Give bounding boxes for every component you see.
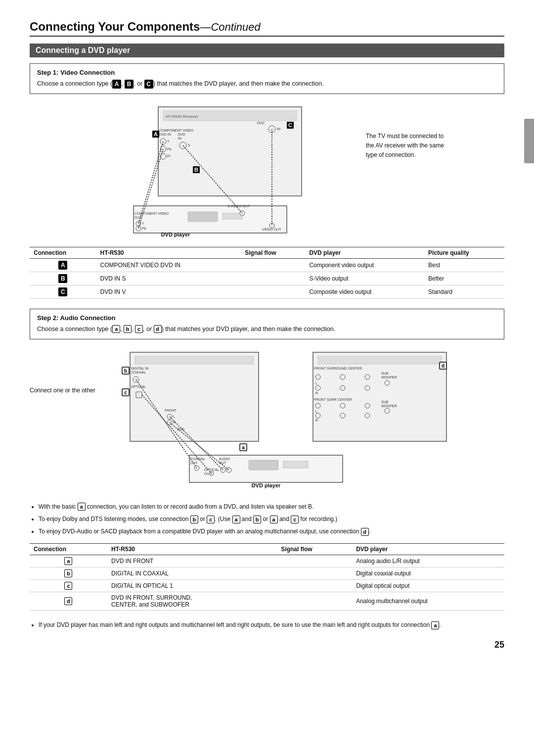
dvd-A: Component video output xyxy=(305,258,424,272)
svg-text:OPTICAL: OPTICAL xyxy=(204,468,219,472)
svg-text:FRONT: FRONT xyxy=(165,409,177,412)
svg-rect-59 xyxy=(318,356,442,364)
bullet-2: To enjoy Dolby and DTS listening modes, … xyxy=(39,515,504,524)
badge-d-inline: d xyxy=(361,528,369,536)
table-row: c DIGITAL IN OPTICAL 1 Digital optical o… xyxy=(30,580,504,592)
badge-a-inline2: a xyxy=(232,516,240,523)
htr-A: COMPONENT VIDEO DVD IN xyxy=(96,258,241,272)
svg-text:COAXIAL: COAXIAL xyxy=(131,371,146,374)
svg-point-82 xyxy=(365,413,370,418)
svg-point-63 xyxy=(315,385,320,390)
svg-text:IN: IN xyxy=(277,127,280,131)
badge-c: c xyxy=(135,325,143,333)
badge-row-a: a xyxy=(64,557,72,565)
page-tab xyxy=(524,119,534,163)
signal-B xyxy=(241,272,305,285)
audio-diagram-area: Connect one or the other DIGITAL IN COAX… xyxy=(30,347,504,497)
badge-a-final: a xyxy=(431,621,439,629)
svg-point-81 xyxy=(365,403,370,408)
svg-text:b: b xyxy=(124,368,127,374)
step1-title: Step 1: Video Connection xyxy=(37,69,497,76)
svg-text:SUB: SUB xyxy=(381,400,389,404)
svg-rect-26 xyxy=(222,213,242,219)
badge-b: b xyxy=(124,325,132,333)
dvd-player-label1: DVD player xyxy=(161,232,190,237)
audio-connection-table: Connection HT-R530 Signal flow DVD playe… xyxy=(30,543,504,611)
svg-text:SUB: SUB xyxy=(381,372,389,375)
svg-point-85 xyxy=(385,408,390,413)
svg-text:C: C xyxy=(288,122,292,128)
badge-row-c: c xyxy=(64,582,72,590)
quality-B: Better xyxy=(424,272,504,285)
svg-rect-88 xyxy=(283,461,308,468)
svg-point-80 xyxy=(340,413,345,418)
svg-point-71 xyxy=(385,380,390,385)
svg-text:R: R xyxy=(315,391,318,395)
table-row: B DVD IN S S-Video output Better xyxy=(30,272,504,285)
audio-diagram: DIGITAL IN COAXIAL b OPTICAL c FRONT L R… xyxy=(100,347,456,497)
video-connection-table: Connection HT-R530 Signal flow DVD playe… xyxy=(30,247,504,299)
video-diagram-note: The TV must be connected to the AV recei… xyxy=(366,132,445,160)
badge-b-inline: b xyxy=(190,516,198,523)
badge-row-d: d xyxy=(64,597,72,605)
badge-c-inline: c xyxy=(207,516,215,523)
badge-B: B xyxy=(125,80,134,89)
svg-text:R: R xyxy=(315,419,318,422)
htr-C: DVD IN V xyxy=(96,285,241,298)
video-connection-svg: HT-R530 Receiver COMPONENT VIDEO DVD IN … xyxy=(30,102,356,240)
badge-row-b: b xyxy=(64,569,72,577)
dvd-b: Digital coaxial output xyxy=(352,567,504,580)
connect-one-or-other: Connect one or the other xyxy=(30,387,95,394)
badge-d: d xyxy=(154,325,162,333)
svg-point-61 xyxy=(315,375,320,379)
svg-text:c: c xyxy=(124,390,127,395)
svg-text:WOOFER: WOOFER xyxy=(381,376,397,379)
svg-text:A: A xyxy=(154,131,158,137)
svg-text:Y: Y xyxy=(167,140,170,143)
table-row: A COMPONENT VIDEO DVD IN Component video… xyxy=(30,258,504,272)
svg-text:B: B xyxy=(194,167,198,173)
connect-label: Connect one or the other xyxy=(30,387,95,394)
bullet-3: To enjoy DVD-Audio or SACD playback from… xyxy=(39,527,504,536)
col2-htr: HT-R530 xyxy=(107,544,277,555)
htr-a: DVD IN FRONT xyxy=(107,555,277,567)
htr-c: DIGITAL IN OPTICAL 1 xyxy=(107,580,277,592)
svg-text:DVD: DVD xyxy=(257,121,265,125)
svg-point-65 xyxy=(340,375,345,379)
badge-row-A: A xyxy=(58,261,67,270)
svg-rect-25 xyxy=(188,212,218,222)
badge-a-inline: a xyxy=(78,503,86,511)
title-text: Connecting Your Components xyxy=(30,20,200,33)
svg-point-68 xyxy=(365,385,370,390)
title-continued: —Continued xyxy=(200,21,260,33)
htr-B: DVD IN S xyxy=(96,272,241,285)
section-title: Connecting a DVD player xyxy=(30,44,504,57)
dvd-c: Digital optical output xyxy=(352,580,504,592)
final-bullets: If your DVD player has main left and rig… xyxy=(30,620,504,630)
signal-b xyxy=(277,567,352,580)
svg-rect-42 xyxy=(135,356,254,364)
svg-text:DVD IN: DVD IN xyxy=(159,133,171,136)
svg-text:Pb: Pb xyxy=(142,227,146,230)
svg-text:L: L xyxy=(315,410,317,413)
svg-text:Pr: Pr xyxy=(167,154,171,158)
table-row: b DIGITAL IN COAXIAL Digital coaxial out… xyxy=(30,567,504,580)
svg-rect-87 xyxy=(249,460,278,470)
svg-text:FRONT  SURR  CENTER: FRONT SURR CENTER xyxy=(314,398,352,401)
col2-dvd: DVD player xyxy=(352,544,504,555)
badge-A: A xyxy=(112,80,121,89)
step2-desc: Choose a connection type (a, b, c, or d)… xyxy=(37,325,497,334)
svg-text:a: a xyxy=(242,445,245,450)
col-connection: Connection xyxy=(30,247,96,258)
dvd-B: S-Video output xyxy=(305,272,424,285)
audio-connection-svg: DIGITAL IN COAXIAL b OPTICAL c FRONT L R… xyxy=(100,347,456,496)
final-bullet: If your DVD player has main left and rig… xyxy=(39,620,504,630)
main-title: Connecting Your Components—Continued xyxy=(30,20,504,37)
signal-d xyxy=(277,592,352,611)
svg-text:IN: IN xyxy=(178,137,181,140)
svg-text:S VIDEO OUT: S VIDEO OUT xyxy=(227,204,250,208)
svg-text:HT-R530 Receiver: HT-R530 Receiver xyxy=(166,114,198,119)
svg-text:Y: Y xyxy=(142,222,144,225)
svg-point-75 xyxy=(315,403,320,408)
col-signal: Signal flow xyxy=(241,247,305,258)
